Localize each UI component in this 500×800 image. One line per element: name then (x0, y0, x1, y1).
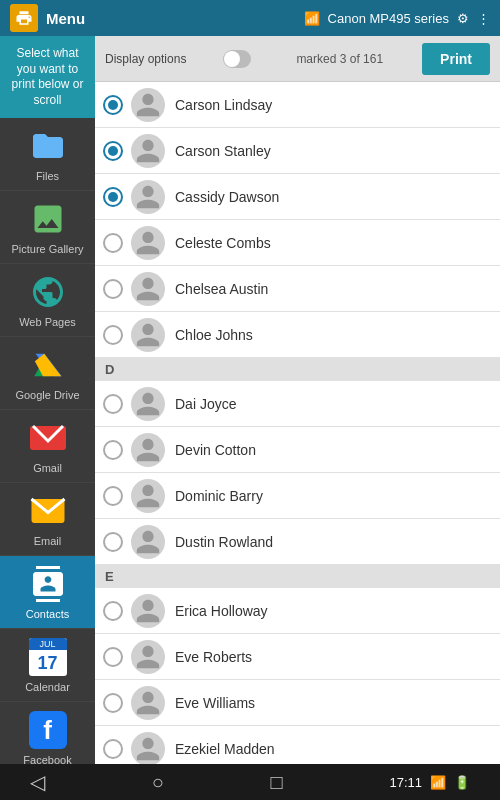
sidebar-item-gmail[interactable]: Gmail (0, 410, 95, 483)
radio-chelsea-austin[interactable] (103, 279, 123, 299)
contact-name: Dustin Rowland (175, 534, 273, 550)
gear-icon: ⚙ (457, 11, 469, 26)
contact-list: Carson Lindsay Carson Stanley Cassidy Da… (95, 82, 500, 800)
contact-name: Chloe Johns (175, 327, 253, 343)
radio-carson-lindsay[interactable] (103, 95, 123, 115)
sidebar-item-google-drive[interactable]: Google Drive (0, 337, 95, 410)
avatar (131, 525, 165, 559)
avatar (131, 640, 165, 674)
table-row[interactable]: Dustin Rowland (95, 519, 500, 565)
sidebar-item-web-pages[interactable]: Web Pages (0, 264, 95, 337)
status-indicators: 17:11 📶 🔋 (389, 775, 470, 790)
calendar-day: 17 (29, 650, 67, 676)
files-icon (28, 126, 68, 166)
contact-name: Eve Roberts (175, 649, 252, 665)
avatar (131, 433, 165, 467)
time-display: 17:11 (389, 775, 422, 790)
overflow-icon: ⋮ (477, 11, 490, 26)
table-row[interactable]: Celeste Combs (95, 220, 500, 266)
marked-count: marked 3 of 161 (296, 52, 383, 66)
wifi-icon: 📶 (304, 11, 320, 26)
status-bar-right: 📶 Canon MP495 series ⚙ ⋮ (304, 11, 490, 26)
contact-name: Dominic Barry (175, 488, 263, 504)
section-header-d: D (95, 358, 500, 381)
table-row[interactable]: Eve Williams (95, 680, 500, 726)
radio-eve-williams[interactable] (103, 693, 123, 713)
print-button[interactable]: Print (422, 43, 490, 75)
bottom-bar: ◁ ○ □ 17:11 📶 🔋 (0, 764, 500, 800)
radio-celeste-combs[interactable] (103, 233, 123, 253)
table-row[interactable]: Chloe Johns (95, 312, 500, 358)
sidebar-item-calendar[interactable]: JUL 17 Calendar (0, 629, 95, 702)
radio-erica-holloway[interactable] (103, 601, 123, 621)
home-button[interactable]: ○ (152, 771, 164, 794)
contact-name: Ezekiel Madden (175, 741, 275, 757)
sidebar-item-contacts[interactable]: Contacts (0, 556, 95, 629)
display-options-button[interactable]: Display options (105, 52, 186, 66)
contacts-icon (28, 564, 68, 604)
radio-dominic-barry[interactable] (103, 486, 123, 506)
gallery-icon (28, 199, 68, 239)
calendar-month: JUL (29, 638, 67, 650)
email-icon (28, 491, 68, 531)
avatar (131, 272, 165, 306)
radio-dustin-rowland[interactable] (103, 532, 123, 552)
avatar (131, 134, 165, 168)
table-row[interactable]: Dai Joyce (95, 381, 500, 427)
calendar-icon: JUL 17 (28, 637, 68, 677)
avatar (131, 318, 165, 352)
toggle-switch[interactable] (223, 50, 251, 68)
table-row[interactable]: Cassidy Dawson (95, 174, 500, 220)
print-icon (15, 9, 33, 27)
table-row[interactable]: Carson Lindsay (95, 82, 500, 128)
web-icon (28, 272, 68, 312)
contact-name: Chelsea Austin (175, 281, 268, 297)
sidebar-item-gmail-label: Gmail (33, 462, 62, 474)
sidebar-item-calendar-label: Calendar (25, 681, 70, 693)
avatar (131, 594, 165, 628)
radio-eve-roberts[interactable] (103, 647, 123, 667)
back-button[interactable]: ◁ (30, 770, 45, 794)
sidebar-item-email[interactable]: Email (0, 483, 95, 556)
radio-dai-joyce[interactable] (103, 394, 123, 414)
radio-chloe-johns[interactable] (103, 325, 123, 345)
table-row[interactable]: Chelsea Austin (95, 266, 500, 312)
printer-name: Canon MP495 series (328, 11, 449, 26)
gmail-icon (28, 418, 68, 458)
sidebar-item-files-label: Files (36, 170, 59, 182)
avatar (131, 226, 165, 260)
avatar (131, 479, 165, 513)
avatar (131, 180, 165, 214)
table-row[interactable]: Erica Holloway (95, 588, 500, 634)
avatar (131, 686, 165, 720)
menu-label: Menu (46, 10, 85, 27)
avatar (131, 387, 165, 421)
contact-name: Carson Stanley (175, 143, 271, 159)
sidebar: Select what you want to print below or s… (0, 36, 95, 800)
sidebar-header: Select what you want to print below or s… (0, 36, 95, 118)
table-row[interactable]: Carson Stanley (95, 128, 500, 174)
avatar (131, 88, 165, 122)
radio-cassidy-dawson[interactable] (103, 187, 123, 207)
sidebar-item-files[interactable]: Files (0, 118, 95, 191)
drive-icon (28, 345, 68, 385)
recents-button[interactable]: □ (271, 771, 283, 794)
sidebar-item-email-label: Email (34, 535, 62, 547)
contact-name: Erica Holloway (175, 603, 268, 619)
sidebar-item-web-pages-label: Web Pages (19, 316, 76, 328)
radio-carson-stanley[interactable] (103, 141, 123, 161)
avatar (131, 732, 165, 766)
contact-name: Cassidy Dawson (175, 189, 279, 205)
facebook-icon: f (28, 710, 68, 750)
table-row[interactable]: Dominic Barry (95, 473, 500, 519)
print-icon-box (10, 4, 38, 32)
contact-name: Eve Williams (175, 695, 255, 711)
battery-icon: 🔋 (454, 775, 470, 790)
table-row[interactable]: Eve Roberts (95, 634, 500, 680)
sidebar-item-picture-gallery[interactable]: Picture Gallery (0, 191, 95, 264)
radio-ezekiel-madden[interactable] (103, 739, 123, 759)
contact-name: Carson Lindsay (175, 97, 272, 113)
radio-devin-cotton[interactable] (103, 440, 123, 460)
table-row[interactable]: Devin Cotton (95, 427, 500, 473)
contact-name: Dai Joyce (175, 396, 236, 412)
